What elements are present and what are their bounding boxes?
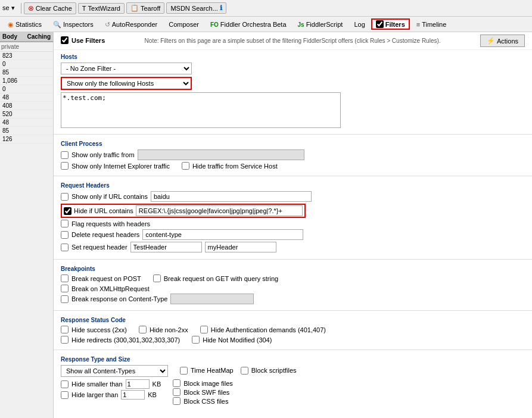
tearoff-button[interactable]: 📋 Tearoff	[126, 2, 164, 14]
host-textarea[interactable]: *.test.com;	[61, 92, 341, 128]
request-headers-section: Request Headers Show only if URL contain…	[54, 179, 532, 257]
actions-icon: ⚡	[487, 37, 495, 45]
autoresponder-icon: ↺	[105, 21, 110, 29]
block-css-checkbox[interactable]	[173, 397, 181, 405]
sidebar-body-header: Body	[0, 32, 25, 42]
inspectors-icon: 🔍	[53, 21, 61, 29]
hide-redirects-checkbox[interactable]	[61, 336, 69, 344]
zone-filter-select[interactable]: - No Zone Filter - Show only Intranet Sh…	[61, 63, 192, 74]
show-traffic-input[interactable]	[138, 149, 304, 160]
clear-cache-button[interactable]: ⊗ Clear Cache	[24, 2, 76, 14]
hide-redirects-row: Hide redirects (300,301,302,303,307)	[61, 336, 180, 344]
hide-auth-label: Hide Authentication demands (401,407)	[211, 326, 326, 333]
tab-inspectors[interactable]: 🔍 Inspectors	[48, 17, 99, 32]
set-header-name-input[interactable]	[130, 242, 202, 252]
sidebar-row-3: 1,086	[0, 77, 53, 85]
divider2	[54, 176, 532, 176]
hide-url-input[interactable]	[136, 205, 303, 216]
hide-larger-input[interactable]	[121, 390, 145, 400]
menu-se[interactable]: se ▾	[2, 4, 15, 12]
hide-not-modified-checkbox[interactable]	[192, 336, 200, 344]
break-content-input[interactable]	[170, 294, 254, 304]
delete-headers-checkbox[interactable]	[61, 231, 69, 239]
break-post-row: Break request on POST	[61, 274, 141, 282]
client-process-title: Client Process	[61, 141, 525, 147]
host-filter-row: Show only the following Hosts Hide the f…	[61, 77, 525, 90]
fo-icon: FO	[210, 21, 219, 28]
break-post-checkbox[interactable]	[61, 274, 69, 282]
host-filter-select[interactable]: Show only the following Hosts Hide the f…	[61, 77, 192, 90]
hide-auth-checkbox[interactable]	[200, 326, 208, 333]
show-traffic-row: Show only traffic from	[61, 149, 525, 160]
tab-bar: ◉ Statistics 🔍 Inspectors ↺ AutoResponde…	[0, 17, 532, 32]
hide-larger-label: Hide larger than	[71, 391, 118, 398]
clear-cache-icon: ⊗	[28, 4, 34, 13]
break-xml-label: Break on XMLHttpRequest	[71, 285, 150, 292]
sidebar-row-6: 408	[0, 102, 53, 110]
show-url-checkbox[interactable]	[61, 193, 69, 201]
tab-fiddler-orchestra[interactable]: FO Fiddler Orchestra Beta	[205, 17, 292, 32]
tab-filters[interactable]: Filters	[371, 18, 410, 30]
set-header-val-input[interactable]	[205, 242, 276, 252]
show-url-input[interactable]	[151, 191, 312, 202]
main-toolbar: se ▾ ⊗ Clear Cache T TextWizard 📋 Tearof…	[0, 0, 532, 17]
hide-success-checkbox[interactable]	[61, 326, 69, 333]
hosts-section: Hosts - No Zone Filter - Show only Intra…	[54, 50, 532, 132]
tab-composer[interactable]: Composer	[163, 17, 204, 32]
tab-fiddler-script[interactable]: Js FiddlerScript	[293, 17, 349, 32]
show-traffic-checkbox[interactable]	[61, 151, 69, 159]
hide-service-host-checkbox[interactable]	[182, 162, 189, 170]
delete-headers-input[interactable]	[142, 229, 303, 240]
set-header-label: Set request header	[71, 244, 127, 251]
use-filters-checkbox[interactable]	[61, 36, 69, 44]
flag-requests-checkbox[interactable]	[61, 220, 69, 227]
block-swf-checkbox[interactable]	[173, 388, 181, 396]
delete-headers-row: Delete request headers	[61, 229, 525, 240]
status-row2: Hide redirects (300,301,302,303,307) Hid…	[61, 336, 525, 345]
js-icon: Js	[298, 21, 304, 28]
set-header-checkbox[interactable]	[61, 244, 69, 251]
msdn-search-button[interactable]: MSDN Search... ℹ	[166, 2, 226, 14]
tab-statistics[interactable]: ◉ Statistics	[2, 17, 47, 32]
break-xml-checkbox[interactable]	[61, 285, 69, 292]
actions-button[interactable]: ⚡ Actions	[480, 35, 525, 47]
hide-smaller-input[interactable]	[126, 379, 150, 389]
block-swf-row: Block SWF files	[173, 388, 233, 396]
tab-log[interactable]: Log	[349, 17, 370, 32]
kb-label1: KB	[153, 380, 161, 388]
hide-url-checkbox[interactable]	[64, 207, 71, 215]
zone-filter-row: - No Zone Filter - Show only Intranet Sh…	[61, 63, 525, 74]
show-ie-checkbox[interactable]	[61, 162, 69, 170]
hide-smaller-checkbox[interactable]	[61, 380, 69, 388]
tab-autoresponder[interactable]: ↺ AutoResponder	[99, 17, 163, 32]
main-layout: Body Caching private 823 0 85 1,086 0 48…	[0, 32, 532, 418]
sidebar-row-2: 85	[0, 68, 53, 77]
flag-requests-row: Flag requests with headers	[61, 220, 525, 227]
block-files-row: Hide smaller than KB Hide larger than KB	[61, 379, 525, 406]
text-wizard-button[interactable]: T TextWizard	[78, 3, 125, 14]
break-content-checkbox[interactable]	[61, 295, 69, 303]
sidebar-row-9: 85	[0, 127, 53, 135]
filters-tab-checkbox[interactable]	[376, 20, 384, 28]
sidebar-row-7: 520	[0, 110, 53, 118]
block-scriptfiles-checkbox[interactable]	[241, 367, 248, 375]
hide-smaller-label: Hide smaller than	[71, 380, 123, 388]
block-imagefiles-checkbox[interactable]	[173, 379, 181, 387]
statistics-icon: ◉	[8, 21, 14, 29]
hide-larger-checkbox[interactable]	[61, 391, 69, 399]
block-scriptfiles-label: Block scriptfiles	[251, 367, 297, 374]
break-get-checkbox[interactable]	[153, 274, 161, 282]
hide-service-host-row: Hide traffic from Service Host	[182, 162, 278, 170]
hide-smaller-row: Hide smaller than KB	[61, 379, 161, 389]
time-heatmap-checkbox[interactable]	[180, 367, 188, 375]
hide-non2xx-checkbox[interactable]	[139, 326, 147, 333]
block-scriptfiles-row: Block scriptfiles	[241, 367, 297, 375]
content-type-select[interactable]: Show all Content-Types Show only HTML Sh…	[61, 365, 168, 377]
left-sidebar: Body Caching private 823 0 85 1,086 0 48…	[0, 32, 54, 418]
tearoff-icon: 📋	[130, 4, 139, 12]
hide-not-modified-row: Hide Not Modified (304)	[192, 336, 272, 344]
time-heatmap-row: Time HeatMap	[180, 367, 234, 375]
topbar-row: Use Filters Note: Filters on this page a…	[54, 32, 532, 50]
sidebar-row-10: 126	[0, 135, 53, 144]
tab-timeline[interactable]: ≡ Timeline	[411, 17, 452, 32]
